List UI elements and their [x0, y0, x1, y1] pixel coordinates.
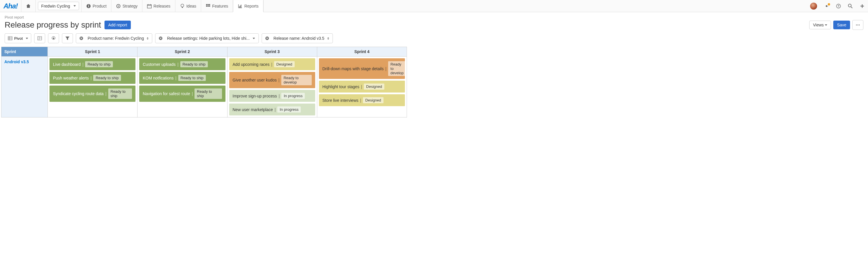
breadcrumb: Pivot report — [5, 15, 863, 20]
pivot-cell: Add upcoming races|DesignedGive another … — [227, 57, 317, 117]
feature-title: Navigation for safest route — [143, 91, 190, 96]
close-circle-icon — [265, 36, 270, 41]
filter-button[interactable] — [62, 33, 73, 43]
svg-rect-11 — [206, 4, 207, 5]
help-menu[interactable]: ? — [833, 4, 844, 8]
svg-point-30 — [859, 25, 860, 26]
nav-reports[interactable]: Reports — [233, 0, 264, 12]
feature-card[interactable]: Customer uploads|Ready to ship — [139, 58, 225, 70]
feature-card[interactable]: Improve sign-up process|In progress — [229, 90, 315, 102]
layout-button[interactable] — [34, 33, 45, 43]
column-header[interactable]: Sprint 3 — [227, 47, 317, 57]
status-badge: Ready to ship — [93, 75, 121, 81]
nav-strategy[interactable]: Strategy — [112, 0, 142, 12]
feature-title: Improve sign-up process — [233, 94, 277, 98]
nav-features[interactable]: Features — [201, 0, 233, 12]
pivot-table-wrap: Sprint Sprint 1 Sprint 2 Sprint 3 Sprint… — [0, 47, 408, 117]
row-header: Android v3.5 — [1, 57, 48, 117]
filter-label: Release name: Android v3.5 — [274, 36, 324, 41]
grid-icon — [206, 4, 210, 8]
svg-point-38 — [53, 38, 54, 39]
gear-icon — [824, 4, 829, 8]
feature-title: Store live interviews — [322, 98, 359, 103]
remove-filter-button[interactable] — [262, 36, 272, 41]
release-link[interactable]: Android v3.5 — [4, 59, 29, 64]
feature-title: Syndicate cycling route data — [53, 91, 104, 96]
feature-title: Push weather alerts — [53, 76, 89, 80]
brand-logo[interactable]: Aha! — [0, 0, 21, 12]
feature-card[interactable]: Store live interviews|Designed — [319, 94, 405, 106]
feature-card[interactable]: Give another user kudos|Ready to develop — [229, 72, 315, 88]
feature-title: New user marketplace — [233, 107, 273, 112]
remove-filter-button[interactable] — [155, 36, 166, 41]
status-badge: Ready to ship — [194, 88, 222, 99]
feature-card[interactable]: Add upcoming races|Designed — [229, 58, 315, 70]
svg-rect-5 — [147, 5, 151, 8]
svg-rect-2 — [88, 5, 89, 5]
sort-icon — [327, 37, 329, 40]
views-dropdown[interactable]: Views — [809, 21, 831, 29]
column-header[interactable]: Sprint 1 — [48, 47, 137, 57]
filter-label: Release settings: Hide parking lots, Hid… — [167, 36, 250, 41]
nav-product[interactable]: Product — [82, 0, 111, 12]
filter-product[interactable]: Product name: Fredwin Cycling — [76, 33, 153, 43]
feature-card[interactable]: Syndicate cycling route data|Ready to sh… — [50, 85, 135, 102]
nav-right: ? — [806, 0, 868, 12]
feature-title: Customer uploads — [143, 62, 176, 67]
feature-card[interactable]: Highlight tour stages|Designed — [319, 81, 405, 92]
svg-text:?: ? — [838, 5, 839, 8]
sort-icon — [147, 37, 149, 40]
workspace-selector[interactable]: Fredwin Cycling — [38, 2, 79, 10]
save-button[interactable]: Save — [833, 21, 850, 29]
filter-release-settings[interactable]: Release settings: Hide parking lots, Hid… — [155, 33, 259, 43]
chart-icon — [238, 4, 243, 8]
report-type-selector[interactable]: Pivot — [5, 33, 31, 43]
home-icon — [26, 4, 31, 8]
search-button[interactable] — [844, 4, 856, 8]
remove-filter-button[interactable] — [76, 36, 87, 41]
avatar — [810, 3, 817, 9]
column-header[interactable]: Sprint 2 — [137, 47, 227, 57]
caret-down-icon — [825, 24, 827, 26]
svg-point-24 — [848, 4, 851, 7]
svg-rect-35 — [38, 36, 42, 40]
workspace-name: Fredwin Cycling — [41, 4, 70, 8]
nav-ideas[interactable]: Ideas — [176, 0, 201, 12]
gear-icon — [51, 36, 56, 41]
pivot-cell: Drill-down maps with stage details|Ready… — [317, 57, 407, 117]
bulb-icon — [180, 4, 185, 8]
svg-rect-31 — [8, 36, 12, 40]
add-report-button[interactable]: Add report — [104, 21, 131, 29]
feature-card[interactable]: Push weather alerts|Ready to ship — [50, 72, 135, 84]
svg-point-28 — [856, 25, 857, 26]
feature-card[interactable]: Navigation for safest route|Ready to shi… — [139, 85, 225, 102]
user-menu[interactable] — [807, 3, 820, 9]
filter-release-name[interactable]: Release name: Android v3.5 — [261, 33, 333, 43]
status-badge: Ready to ship — [180, 61, 208, 67]
home-nav[interactable] — [22, 0, 35, 12]
feature-card[interactable]: New user marketplace|In progress — [229, 104, 315, 115]
filter-icon — [65, 36, 70, 41]
feature-title: Drill-down maps with stage details — [322, 66, 384, 71]
settings-button[interactable] — [48, 33, 59, 43]
status-badge: Designed — [363, 97, 383, 103]
svg-rect-10 — [182, 7, 183, 8]
status-badge: Designed — [274, 61, 294, 67]
caret-down-icon — [26, 38, 28, 39]
feature-card[interactable]: Drill-down maps with stage details|Ready… — [319, 58, 405, 79]
more-actions-button[interactable] — [852, 20, 863, 30]
nav-releases[interactable]: Releases — [143, 0, 175, 12]
feature-title: Give another user kudos — [233, 78, 277, 82]
calendar-icon — [147, 4, 152, 8]
svg-rect-14 — [206, 5, 207, 7]
feature-card[interactable]: Live dashboard|Ready to ship — [50, 58, 135, 70]
feature-title: Highlight tour stages — [322, 84, 360, 89]
column-header[interactable]: Sprint 4 — [317, 47, 407, 57]
feature-card[interactable]: KOM notfications|Ready to ship — [139, 72, 225, 84]
pivot-cell: Customer uploads|Ready to shipKOM notfic… — [137, 57, 227, 117]
settings-menu[interactable] — [821, 4, 832, 8]
add-menu[interactable] — [857, 4, 868, 8]
status-badge: In progress — [277, 106, 301, 112]
ellipsis-icon — [856, 23, 860, 27]
search-icon — [848, 4, 852, 8]
